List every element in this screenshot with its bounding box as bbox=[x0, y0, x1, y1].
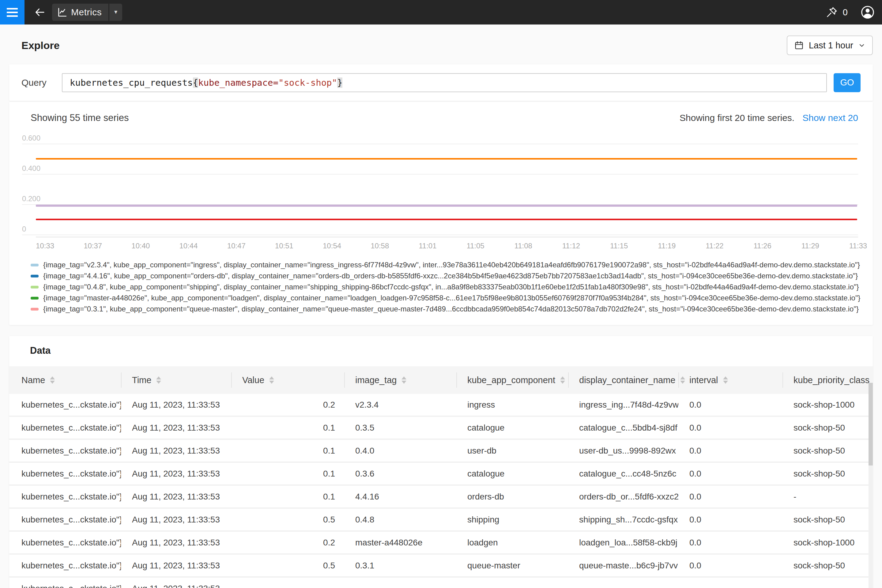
time-range-picker[interactable]: Last 1 hour bbox=[787, 36, 873, 55]
legend-swatch bbox=[31, 275, 39, 278]
cell-time: Aug 11, 2023, 11:33:53 bbox=[121, 486, 231, 507]
go-button[interactable]: GO bbox=[834, 73, 861, 92]
cell-display-container-name: loadgen_loa...58f58-ckb9j bbox=[568, 532, 678, 554]
column-label: kube_priority_class bbox=[794, 375, 870, 385]
table-row[interactable]: kubernetes_c...ckstate.io"} Aug 11, 2023… bbox=[9, 394, 873, 417]
sort-icon[interactable] bbox=[402, 376, 406, 384]
pin-count: 0 bbox=[843, 8, 848, 18]
legend-item[interactable]: {image_tag="v2.3.4", kube_app_component=… bbox=[31, 260, 861, 270]
x-tick-label: 10:44 bbox=[179, 242, 198, 250]
table-header-cell[interactable]: kube_app_component bbox=[456, 366, 568, 394]
show-next-link[interactable]: Show next 20 bbox=[802, 113, 858, 123]
line-chart-icon bbox=[57, 7, 68, 18]
metrics-app-button[interactable]: Metrics bbox=[52, 4, 108, 21]
legend-label: {image_tag="master-a448026e", kube_app_c… bbox=[43, 294, 860, 302]
cell-image-tag: master-a448026e bbox=[344, 532, 456, 554]
x-tick-label: 11:22 bbox=[706, 242, 723, 250]
table-row[interactable]: kubernetes_c...ckstate.io"} Aug 11, 2023… bbox=[9, 555, 873, 578]
cell-interval: 0.0 bbox=[678, 532, 783, 554]
user-avatar-button[interactable] bbox=[861, 5, 874, 19]
cell-interval bbox=[678, 578, 783, 588]
legend-item[interactable]: {image_tag="master-a448026e", kube_app_c… bbox=[31, 292, 861, 303]
cell-image-tag: 0.3.6 bbox=[344, 463, 456, 484]
data-title: Data bbox=[9, 336, 873, 366]
cell-time: Aug 11, 2023, 11:33:53 bbox=[121, 463, 231, 484]
x-tick-label: 11:19 bbox=[658, 242, 676, 250]
x-tick-label: 10:51 bbox=[275, 242, 293, 250]
cell-kube-app-component bbox=[456, 578, 568, 588]
table-header-cell[interactable]: display_container_name bbox=[568, 366, 678, 394]
x-tick-label: 11:26 bbox=[754, 242, 771, 250]
y-tick-label: 0.400 bbox=[22, 165, 40, 172]
cell-value bbox=[231, 578, 344, 588]
cell-name: kubernetes_c...ckstate.io"} bbox=[9, 440, 121, 462]
cell-interval: 0.0 bbox=[678, 463, 783, 484]
table-row[interactable]: kubernetes_c...ckstate.io"} Aug 11, 2023… bbox=[9, 440, 873, 463]
query-input[interactable]: kubernetes_cpu_requests{kube_namespace="… bbox=[62, 73, 827, 92]
chart-plot[interactable]: 0.6000.4000.2000 bbox=[36, 131, 858, 237]
cell-image-tag: 4.4.16 bbox=[344, 486, 456, 507]
table-row[interactable]: kubernetes_c...ckstate.io"} Aug 11, 2023… bbox=[9, 463, 873, 486]
legend-swatch bbox=[31, 264, 39, 266]
cell-kube-priority-class: sock-shop-50 bbox=[783, 508, 873, 530]
table-scrollbar-thumb[interactable] bbox=[868, 383, 873, 465]
table-row[interactable]: kubernetes_c...ckstate.io"} Aug 11, 2023… bbox=[9, 486, 873, 508]
cell-kube-app-component: catalogue bbox=[456, 417, 568, 438]
red-line bbox=[36, 219, 857, 220]
table-header-cell[interactable]: image_tag bbox=[344, 366, 456, 394]
cell-kube-app-component: loadgen bbox=[456, 532, 568, 554]
table-scrollbar[interactable] bbox=[868, 383, 873, 588]
table-header-cell[interactable]: kube_priority_class bbox=[783, 366, 873, 394]
cell-value: 0.1 bbox=[231, 440, 344, 462]
table-row[interactable]: kubernetes_c...ckstate.io"} Aug 11, 2023… bbox=[9, 532, 873, 555]
table-row[interactable]: kubernetes_c...ckstate.io"} Aug 11, 2023… bbox=[9, 508, 873, 532]
legend-item[interactable]: {image_tag="0.3.1", kube_app_component="… bbox=[31, 303, 861, 315]
orange-line bbox=[36, 158, 857, 159]
sort-icon[interactable] bbox=[560, 376, 565, 384]
table-header-cell[interactable]: Value bbox=[231, 366, 344, 394]
sort-icon[interactable] bbox=[723, 376, 728, 384]
legend-item[interactable]: {image_tag="4.4.16", kube_app_component=… bbox=[31, 270, 861, 282]
x-tick-label: 11:33 bbox=[849, 242, 867, 250]
gridline bbox=[22, 144, 858, 144]
back-button[interactable] bbox=[31, 4, 48, 21]
cell-time: Aug 11, 2023, 11:33:53 bbox=[121, 417, 231, 438]
time-range-label: Last 1 hour bbox=[809, 40, 853, 51]
legend-item[interactable]: {image_tag="0.4.8", kube_app_component="… bbox=[31, 282, 861, 292]
sort-icon[interactable] bbox=[156, 376, 161, 384]
app-switcher-caret-button[interactable]: ▼ bbox=[110, 4, 122, 21]
cell-name: kubernetes_c...ckstate.io"} bbox=[9, 578, 121, 588]
column-label: Name bbox=[21, 375, 45, 385]
user-icon bbox=[861, 5, 874, 19]
table-body: kubernetes_c...ckstate.io"} Aug 11, 2023… bbox=[9, 394, 873, 588]
cell-interval: 0.0 bbox=[678, 394, 783, 416]
table-header: Name Time Value image_tag kube_app_compo… bbox=[9, 366, 873, 394]
y-tick-label: 0 bbox=[22, 225, 26, 233]
cell-interval: 0.0 bbox=[678, 417, 783, 438]
table-header-cell[interactable]: Name bbox=[9, 366, 121, 394]
lavender-line bbox=[36, 205, 857, 207]
cell-display-container-name: catalogue_c...5bdb4-sj8df bbox=[568, 417, 678, 438]
table-row[interactable]: kubernetes_c...ckstate.io"} Aug 11, 2023… bbox=[9, 417, 873, 440]
x-tick-label: 11:05 bbox=[466, 242, 484, 250]
x-tick-label: 11:12 bbox=[562, 242, 580, 250]
cell-image-tag: 0.4.0 bbox=[344, 440, 456, 462]
query-metric-token: kubernetes_cpu_requests bbox=[70, 78, 193, 88]
chevron-down-icon bbox=[858, 42, 866, 49]
cell-image-tag: 0.3.5 bbox=[344, 417, 456, 438]
table-row[interactable]: kubernetes_c...ckstate.io"} Aug 11, 2023… bbox=[9, 578, 873, 588]
table-header-cell[interactable]: Time bbox=[121, 366, 231, 394]
x-tick-label: 11:15 bbox=[610, 242, 628, 250]
timeseries-panel: Showing 55 time series Showing first 20 … bbox=[9, 102, 873, 325]
cell-time: Aug 11, 2023, 11:33:53 bbox=[121, 508, 231, 530]
sort-icon[interactable] bbox=[50, 376, 55, 384]
cell-interval: 0.0 bbox=[678, 508, 783, 530]
cell-kube-priority-class bbox=[783, 578, 873, 588]
cell-display-container-name: catalogue_c...cc48-5nz6c bbox=[568, 463, 678, 484]
hamburger-menu-button[interactable] bbox=[0, 0, 24, 24]
sort-icon[interactable] bbox=[269, 376, 274, 384]
query-open-brace-token: { bbox=[193, 78, 198, 88]
x-tick-label: 10:40 bbox=[131, 242, 150, 250]
pin-icon[interactable] bbox=[826, 6, 838, 18]
table-header-cell[interactable]: interval bbox=[678, 366, 783, 394]
